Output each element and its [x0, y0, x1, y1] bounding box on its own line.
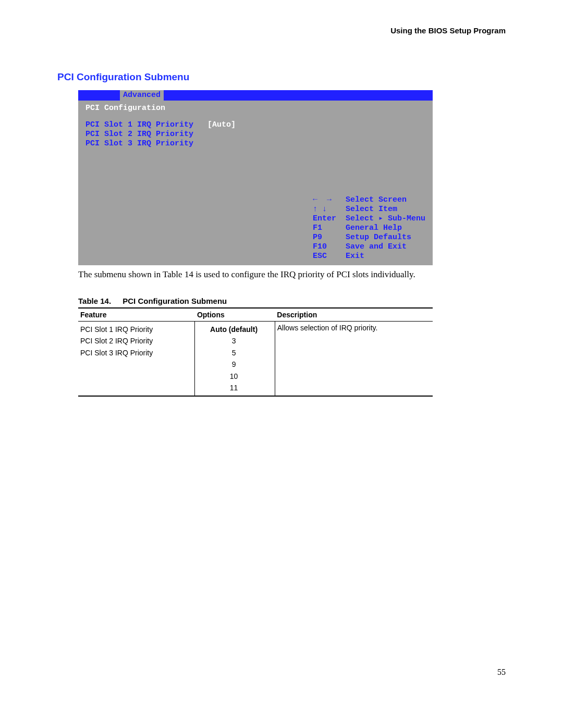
bios-submenu-title: PCI Configuration	[85, 104, 425, 113]
options-cell: Auto (default) 3 5 9 10 11	[195, 322, 275, 397]
bios-option-slot1: PCI Slot 1 IRQ Priority [Auto]	[85, 120, 425, 130]
bios-option-label: PCI Slot 2 IRQ Priority	[85, 130, 193, 139]
table-header-row: Feature Options Description	[78, 308, 433, 322]
legend-action: Select Item	[346, 205, 425, 214]
table-row: PCI Slot 1 IRQ Priority PCI Slot 2 IRQ P…	[78, 322, 433, 397]
legend-action: General Help	[346, 224, 425, 233]
col-options: Options	[195, 308, 275, 322]
legend-key-f1: F1	[313, 224, 346, 233]
bios-option-value: [Auto]	[207, 120, 236, 129]
legend-key-enter: Enter	[313, 214, 346, 224]
bios-option-label: PCI Slot 1 IRQ Priority	[85, 120, 193, 129]
page-number: 55	[57, 668, 506, 677]
table-number: Table 14.	[78, 297, 111, 305]
legend-action: Exit	[346, 252, 425, 261]
description-cell: Allows selection of IRQ priority.	[275, 322, 433, 397]
option-item: 10	[197, 371, 270, 382]
option-item: Auto (default)	[197, 324, 270, 335]
bios-tab-advanced: Advanced	[120, 90, 164, 101]
feature-item: PCI Slot 2 IRQ Priority	[80, 335, 190, 347]
table-title: PCI Configuration Submenu	[123, 297, 227, 305]
legend-key-arrows-ud: ↑ ↓	[313, 205, 346, 214]
spec-table: Feature Options Description PCI Slot 1 I…	[78, 307, 433, 397]
table-caption: Table 14. PCI Configuration Submenu	[78, 297, 506, 305]
option-item: 3	[197, 335, 270, 347]
legend-action: Select ▸ Sub-Menu	[346, 214, 425, 224]
bios-body: PCI Configuration PCI Slot 1 IRQ Priorit…	[78, 101, 433, 265]
section-heading: PCI Configuration Submenu	[57, 71, 506, 83]
col-description: Description	[275, 308, 433, 322]
feature-cell: PCI Slot 1 IRQ Priority PCI Slot 2 IRQ P…	[78, 322, 195, 397]
col-feature: Feature	[78, 308, 195, 322]
option-item: 11	[197, 382, 270, 393]
option-item: 5	[197, 347, 270, 359]
option-item: 9	[197, 359, 270, 370]
bios-option-slot3: PCI Slot 3 IRQ Priority	[85, 139, 425, 149]
bios-key-legend: ← →Select Screen ↑ ↓Select Item EnterSel…	[313, 195, 425, 261]
running-header: Using the BIOS Setup Program	[57, 26, 506, 35]
legend-action: Save and Exit	[346, 242, 425, 252]
legend-action: Setup Defaults	[346, 233, 425, 242]
legend-key-esc: ESC	[313, 252, 346, 261]
legend-action: Select Screen	[346, 195, 425, 205]
bios-option-label: PCI Slot 3 IRQ Priority	[85, 139, 193, 148]
bios-tab-bar: Advanced	[78, 90, 433, 101]
legend-key-arrows-lr: ← →	[313, 195, 346, 205]
feature-item: PCI Slot 1 IRQ Priority	[80, 324, 190, 335]
bios-option-slot2: PCI Slot 2 IRQ Priority	[85, 130, 425, 139]
legend-key-f10: F10	[313, 242, 346, 252]
figure-caption: The submenu shown in Table 14 is used to…	[78, 269, 506, 280]
bios-screenshot: Advanced PCI Configuration PCI Slot 1 IR…	[78, 90, 433, 265]
legend-key-p9: P9	[313, 233, 346, 242]
feature-item: PCI Slot 3 IRQ Priority	[80, 347, 190, 359]
